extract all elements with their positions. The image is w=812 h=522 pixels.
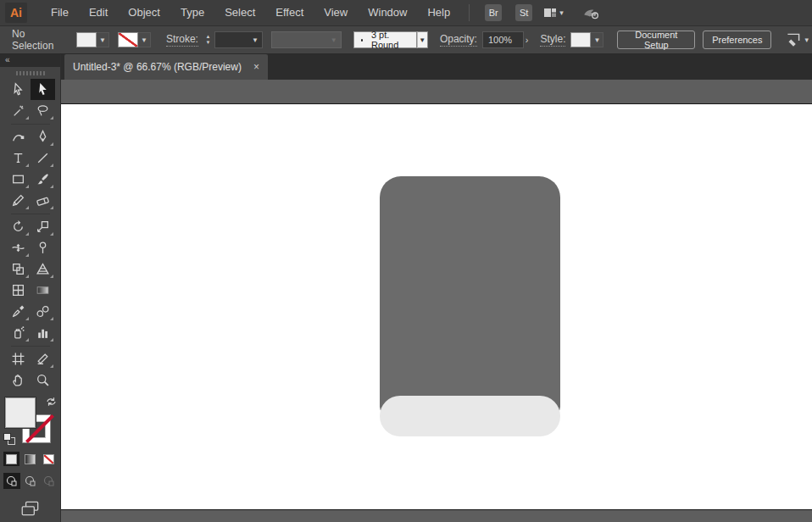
chevron-down-icon: ▾	[559, 8, 564, 17]
stroke-weight-dropdown[interactable]: ▼	[214, 31, 263, 48]
none-button[interactable]	[41, 452, 57, 466]
magic-wand-tool[interactable]	[6, 100, 31, 121]
style-label[interactable]: Style:	[540, 33, 565, 47]
puppet-warp-tool[interactable]	[31, 237, 55, 258]
light-band-shape[interactable]	[380, 396, 560, 436]
bridge-button[interactable]: Br	[485, 4, 502, 21]
fill-color-control[interactable]: ▼	[76, 32, 109, 47]
document-tab-title: Untitled-3* @ 66.67% (RGB/Preview)	[73, 61, 242, 73]
direct-selection-tool[interactable]	[6, 79, 31, 100]
preferences-button[interactable]: Preferences	[703, 31, 771, 49]
stroke-swatch-none[interactable]	[118, 32, 138, 47]
gradient-button[interactable]	[22, 452, 38, 466]
menu-object[interactable]: Object	[118, 0, 170, 25]
document-tab[interactable]: Untitled-3* @ 66.67% (RGB/Preview) ×	[64, 54, 268, 80]
brush-definition-value[interactable]: 3 pt. Round	[353, 31, 417, 48]
fill-indicator[interactable]	[5, 397, 36, 428]
graphic-style-control[interactable]: ▼	[570, 32, 603, 47]
tools-panel: «	[0, 54, 61, 522]
opacity-input[interactable]: 100%	[482, 31, 524, 48]
fill-stroke-indicator	[3, 396, 58, 447]
column-graph-tool[interactable]	[31, 322, 55, 343]
shape-builder-tool[interactable]	[6, 258, 31, 280]
menu-separator	[469, 4, 470, 21]
control-bar: No Selection ▼ ▼ Stroke: ▲▼ ▼ ▼ 3 pt. Ro…	[0, 25, 812, 54]
menu-window[interactable]: Window	[358, 0, 417, 25]
symbol-sprayer-tool[interactable]	[6, 322, 31, 343]
brush-preview-dot	[361, 39, 363, 42]
illustrator-logo: Ai	[5, 3, 27, 23]
close-icon[interactable]: ×	[253, 61, 259, 73]
line-segment-tool[interactable]	[31, 147, 55, 169]
swap-fill-stroke-icon[interactable]	[45, 396, 58, 408]
workspace-switcher-icon[interactable]: ▾	[542, 6, 564, 19]
lasso-tool[interactable]	[31, 100, 55, 121]
artboard-tool[interactable]	[6, 348, 31, 369]
hand-tool[interactable]	[6, 369, 31, 391]
scale-tool[interactable]	[31, 216, 55, 237]
drawing-mode-buttons	[0, 473, 60, 489]
menu-file[interactable]: File	[41, 0, 79, 25]
perspective-grid-tool[interactable]	[31, 258, 55, 280]
fill-swatch[interactable]	[76, 32, 97, 47]
selection-status: No Selection	[12, 28, 61, 52]
document-setup-button[interactable]: Document Setup	[617, 31, 695, 49]
menu-select[interactable]: Select	[214, 0, 265, 25]
brush-definition-control[interactable]: 3 pt. Round ▼	[353, 31, 428, 48]
menu-type[interactable]: Type	[170, 0, 214, 25]
menu-view[interactable]: View	[314, 0, 358, 25]
chevron-down-icon[interactable]: ▼	[138, 32, 151, 47]
menu-effect[interactable]: Effect	[265, 0, 314, 25]
shaper-tool[interactable]	[6, 190, 31, 211]
chevron-down-icon: ▾	[804, 36, 809, 44]
eraser-tool[interactable]	[31, 190, 55, 211]
chevron-down-icon[interactable]: ▼	[97, 32, 109, 47]
gpu-performance-icon[interactable]	[582, 5, 599, 20]
default-fill-stroke-icon[interactable]	[3, 433, 15, 445]
rotate-tool[interactable]	[6, 216, 31, 237]
draw-normal-icon[interactable]	[3, 473, 20, 489]
stroke-weight-stepper[interactable]: ▲▼	[203, 31, 213, 48]
style-swatch[interactable]	[570, 32, 591, 47]
menu-bar: Ai FileEditObjectTypeSelectEffectViewWin…	[0, 0, 812, 25]
pen-tool[interactable]	[31, 126, 55, 147]
chevron-down-icon[interactable]: ▼	[417, 31, 428, 48]
curvature-tool[interactable]	[6, 126, 31, 147]
collapse-panel-button[interactable]: «	[0, 54, 60, 67]
illustrator-window: Ai FileEditObjectTypeSelectEffectViewWin…	[0, 0, 812, 522]
touch-workspace-icon[interactable]: ▾	[784, 32, 809, 47]
draw-behind-icon[interactable]	[22, 473, 39, 489]
width-tool[interactable]	[6, 237, 31, 258]
rectangle-tool[interactable]	[6, 169, 31, 190]
type-tool[interactable]	[6, 147, 31, 169]
zoom-tool[interactable]	[31, 369, 55, 391]
document-tab-strip: Untitled-3* @ 66.67% (RGB/Preview) ×	[61, 54, 812, 80]
menu-help[interactable]: Help	[417, 0, 460, 25]
paintbrush-tool[interactable]	[31, 169, 55, 190]
slice-tool[interactable]	[31, 348, 55, 369]
change-screen-mode-icon[interactable]	[0, 499, 60, 518]
eyedropper-tool[interactable]	[6, 301, 31, 322]
rounded-rectangle-shape[interactable]	[380, 176, 560, 415]
stock-button[interactable]: St	[515, 4, 532, 21]
variable-width-dropdown: ▼	[271, 31, 342, 48]
stroke-label[interactable]: Stroke:	[166, 33, 198, 47]
gradient-tool[interactable]	[31, 280, 55, 301]
canvas-area[interactable]	[61, 80, 812, 522]
chevron-down-icon[interactable]: ▼	[591, 32, 603, 47]
menu-edit[interactable]: Edit	[79, 0, 118, 25]
color-button[interactable]	[3, 452, 19, 466]
stroke-color-control[interactable]: ▼	[118, 32, 151, 47]
blend-tool[interactable]	[31, 301, 55, 322]
panel-grip[interactable]	[16, 71, 45, 75]
opacity-label[interactable]: Opacity:	[440, 33, 477, 47]
mesh-tool[interactable]	[6, 280, 31, 301]
selection-tool[interactable]	[31, 79, 55, 100]
color-type-buttons	[0, 452, 60, 466]
draw-inside-icon	[41, 473, 58, 489]
opacity-flyout-arrow[interactable]: ›	[524, 35, 534, 45]
